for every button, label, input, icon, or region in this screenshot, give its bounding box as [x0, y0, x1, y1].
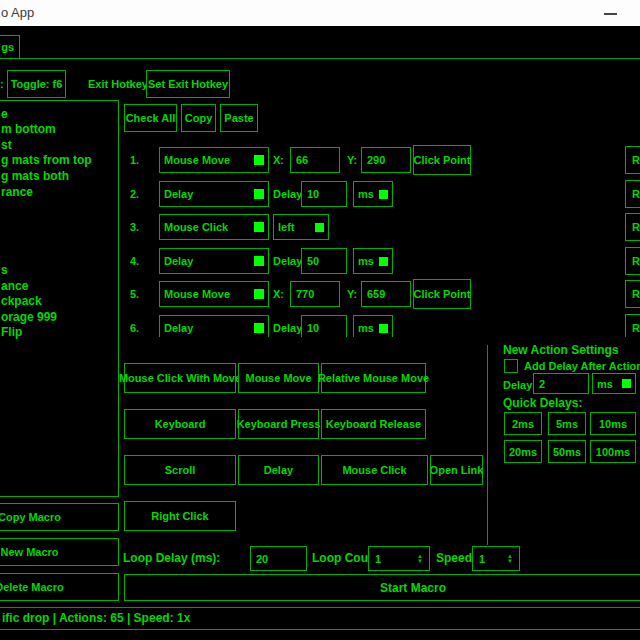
- remove-button[interactable]: R: [625, 180, 640, 208]
- set-exit-hotkey-button[interactable]: Set Exit Hotkey: [146, 70, 230, 98]
- dropdown-square-icon: [622, 379, 631, 388]
- macro-list-item[interactable]: Flip: [1, 325, 22, 339]
- quick-delays-label: Quick Delays:: [503, 396, 582, 410]
- x-input[interactable]: 770: [290, 281, 340, 307]
- macro-list-item[interactable]: ckpack: [1, 294, 42, 308]
- quick-delay-5ms-button[interactable]: 5ms: [548, 412, 586, 435]
- dropdown-square-icon: [379, 257, 388, 266]
- statusbar-top-border: [0, 607, 640, 608]
- y-input[interactable]: 659: [361, 281, 411, 307]
- loop-delay-input[interactable]: 20: [250, 546, 307, 571]
- keyboard-release-button[interactable]: Keyboard Release: [321, 409, 426, 439]
- relative-mouse-move-button[interactable]: Relative Mouse Move: [321, 363, 426, 393]
- mouse-button-dropdown[interactable]: left: [273, 214, 329, 240]
- add-delay-checkbox[interactable]: [504, 359, 518, 373]
- settings-unit-dropdown[interactable]: ms: [592, 373, 636, 394]
- loop-count-stepper[interactable]: 1 ▲▼: [368, 546, 430, 571]
- tab-settings[interactable]: gs: [0, 35, 20, 59]
- action-type-dropdown[interactable]: Delay: [159, 181, 269, 207]
- action-type-value: Delay: [164, 322, 193, 334]
- settings-delay-input[interactable]: 2: [533, 373, 589, 394]
- toggle-hotkey-label: :: [0, 78, 4, 90]
- action-row: 1. Mouse Move X: 66 Y: 290 Click Point R: [122, 147, 640, 174]
- macro-list-item[interactable]: orage 999: [1, 310, 57, 324]
- tabstrip-divider: [0, 58, 640, 59]
- stepper-arrows-icon[interactable]: ▲▼: [417, 554, 423, 564]
- action-type-dropdown[interactable]: Mouse Move: [159, 281, 269, 307]
- keyboard-button[interactable]: Keyboard: [124, 409, 236, 439]
- macro-list-item[interactable]: rance: [1, 185, 33, 199]
- action-row-number: 5.: [130, 288, 139, 300]
- action-type-dropdown[interactable]: Mouse Click: [159, 214, 269, 240]
- speed-label: Speed:: [436, 551, 476, 565]
- action-type-dropdown[interactable]: Mouse Move: [159, 147, 269, 173]
- minimize-icon: [604, 13, 617, 15]
- loop-delay-label: Loop Delay (ms):: [123, 551, 220, 565]
- y-value: 290: [367, 154, 385, 166]
- unit-value: ms: [358, 188, 374, 200]
- remove-button[interactable]: R: [625, 146, 640, 174]
- delay-input[interactable]: 10: [301, 181, 347, 207]
- keyboard-press-button[interactable]: Keyboard Press: [238, 409, 319, 439]
- unit-dropdown[interactable]: ms: [353, 181, 393, 207]
- settings-panel-divider: [487, 345, 488, 545]
- unit-dropdown[interactable]: ms: [353, 248, 393, 274]
- macro-list[interactable]: e m bottom st g mats from top g mats bot…: [0, 100, 119, 497]
- remove-button[interactable]: R: [625, 280, 640, 308]
- delete-macro-button[interactable]: Delete Macro: [0, 573, 119, 601]
- delay-input[interactable]: 50: [301, 248, 347, 274]
- quick-delay-100ms-button[interactable]: 100ms: [590, 440, 636, 463]
- toggle-hotkey-button[interactable]: Toggle: f6: [7, 70, 66, 98]
- settings-delay-value: 2: [539, 378, 545, 390]
- remove-button[interactable]: R: [625, 314, 640, 337]
- remove-button[interactable]: R: [625, 247, 640, 275]
- settings-delay-label: Delay:: [503, 379, 536, 391]
- quick-delay-20ms-button[interactable]: 20ms: [504, 440, 542, 463]
- action-type-value: Delay: [164, 255, 193, 267]
- macro-list-item[interactable]: m bottom: [1, 122, 56, 136]
- x-label: X:: [273, 154, 284, 166]
- action-type-dropdown[interactable]: Delay: [159, 248, 269, 274]
- scroll-button[interactable]: Scroll: [124, 455, 236, 485]
- action-rows-panel: 1. Mouse Move X: 66 Y: 290 Click Point R…: [122, 100, 640, 337]
- macro-list-item[interactable]: e: [1, 107, 8, 121]
- copy-macro-button[interactable]: Copy Macro: [0, 503, 119, 531]
- action-row: 3. Mouse Click left R: [122, 214, 640, 241]
- y-label: Y:: [347, 154, 357, 166]
- loop-delay-value: 20: [256, 553, 268, 565]
- macro-list-item[interactable]: s: [1, 263, 8, 277]
- mouse-move-button[interactable]: Mouse Move: [238, 363, 319, 393]
- macro-list-item[interactable]: ance: [1, 279, 28, 293]
- delay-value: 10: [307, 188, 319, 200]
- macro-list-item[interactable]: g mats both: [1, 169, 69, 183]
- action-type-value: Mouse Click: [164, 221, 228, 233]
- remove-button[interactable]: R: [625, 213, 640, 241]
- settings-unit-value: ms: [597, 378, 613, 390]
- delay-input[interactable]: 10: [301, 315, 347, 337]
- x-input[interactable]: 66: [290, 147, 340, 173]
- macro-list-item[interactable]: st: [1, 138, 12, 152]
- delay-button[interactable]: Delay: [238, 455, 319, 485]
- mouse-click-button[interactable]: Mouse Click: [321, 455, 428, 485]
- quick-delay-2ms-button[interactable]: 2ms: [504, 412, 542, 435]
- unit-dropdown[interactable]: ms: [353, 315, 393, 337]
- stepper-arrows-icon[interactable]: ▲▼: [507, 554, 513, 564]
- new-macro-button[interactable]: New Macro: [0, 538, 119, 566]
- right-click-button[interactable]: Right Click: [124, 501, 236, 531]
- exit-hotkey-label: Exit Hotkey:: [88, 78, 152, 90]
- open-link-button[interactable]: Open Link: [430, 455, 483, 485]
- minimize-button[interactable]: [594, 0, 628, 26]
- start-macro-button[interactable]: Start Macro: [124, 574, 640, 601]
- click-point-button[interactable]: Click Point: [413, 145, 471, 175]
- click-point-button[interactable]: Click Point: [413, 279, 471, 309]
- quick-delay-10ms-button[interactable]: 10ms: [590, 412, 636, 435]
- action-row-number: 4.: [130, 255, 139, 267]
- action-type-dropdown[interactable]: Delay: [159, 315, 269, 337]
- macro-list-item[interactable]: g mats from top: [1, 153, 92, 167]
- speed-stepper[interactable]: 1 ▲▼: [472, 546, 520, 571]
- mouse-click-with-move-button[interactable]: Mouse Click With Move: [124, 363, 236, 393]
- y-input[interactable]: 290: [361, 147, 411, 173]
- quick-delay-50ms-button[interactable]: 50ms: [548, 440, 586, 463]
- x-value: 770: [296, 288, 314, 300]
- dropdown-square-icon: [254, 155, 264, 165]
